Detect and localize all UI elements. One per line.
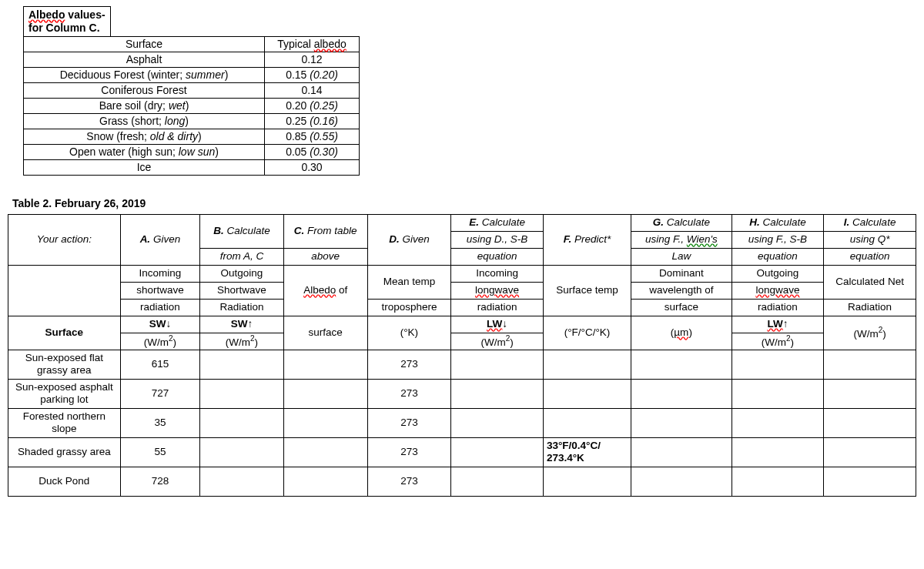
albedo-row-value: 0.12: [265, 52, 360, 67]
table-row: Duck Pond 728 273: [8, 467, 916, 496]
cell-I[interactable]: [824, 467, 916, 496]
cell-G[interactable]: [631, 437, 732, 467]
cell-I[interactable]: [824, 379, 916, 408]
colF-top: F. Predict*: [543, 214, 631, 265]
colI-top2: using Q*: [824, 231, 916, 248]
colH-top1: H. Calculate: [732, 214, 824, 231]
colA-mid1: Incoming: [120, 265, 199, 282]
cell-I[interactable]: [824, 408, 916, 437]
cell-A[interactable]: 35: [120, 408, 199, 437]
table-row: Forested northernslope 35 273: [8, 408, 916, 437]
cell-A[interactable]: 728: [120, 467, 199, 496]
cell-E[interactable]: [451, 437, 544, 467]
cell-H[interactable]: [732, 379, 824, 408]
cell-F[interactable]: [543, 467, 631, 496]
albedo-title-line2: for Column C.: [28, 22, 100, 34]
cell-G[interactable]: [631, 467, 732, 496]
cell-E[interactable]: [451, 350, 544, 379]
cell-E[interactable]: [451, 379, 544, 408]
albedo-title: Albedo values- for Column C.: [23, 6, 111, 36]
table2-title: Table 2. February 26, 2019: [12, 197, 916, 209]
colG-top1: G. Calculate: [631, 214, 732, 231]
cell-F[interactable]: [543, 408, 631, 437]
cell-G[interactable]: [631, 408, 732, 437]
albedo-row-surface: Asphalt: [24, 52, 265, 67]
colA-top: A. Given: [120, 214, 199, 265]
colE-top3: equation: [451, 248, 544, 265]
cell-H[interactable]: [732, 350, 824, 379]
colG-mid3: surface: [631, 299, 732, 316]
colB-top2: from A, C: [200, 248, 284, 265]
cell-F[interactable]: 33°F/0.4°C/273.4°K: [543, 437, 631, 467]
colI-unit: (W/m2): [824, 316, 916, 350]
surface-name: Duck Pond: [8, 467, 121, 496]
cell-C[interactable]: [283, 467, 367, 496]
cell-B[interactable]: [200, 379, 284, 408]
albedo-header-typical: Typical albedo: [265, 36, 360, 52]
cell-E[interactable]: [451, 467, 544, 496]
colA-unit-wm2: (W/m2): [120, 333, 199, 350]
colA-mid2: shortwave: [120, 282, 199, 299]
cell-D[interactable]: 273: [367, 408, 451, 437]
cell-D[interactable]: 273: [367, 437, 451, 467]
colD-top: D. Given: [367, 214, 451, 265]
cell-C[interactable]: [283, 350, 367, 379]
albedo-row-value: 0.30: [265, 159, 360, 175]
cell-A[interactable]: 55: [120, 437, 199, 467]
cell-C[interactable]: [283, 408, 367, 437]
colH-mid3: radiation: [732, 299, 824, 316]
albedo-title-word: Albedo: [28, 8, 65, 21]
colG-mid1: Dominant: [631, 265, 732, 282]
cell-I[interactable]: [824, 350, 916, 379]
cell-F[interactable]: [543, 379, 631, 408]
albedo-row-value: 0.25 (0.16): [265, 113, 360, 129]
albedo-row-surface: Ice: [24, 159, 265, 175]
colG-mid2: wavelength of: [631, 282, 732, 299]
cell-H[interactable]: [732, 467, 824, 496]
colI-mid1: Calculated Net: [824, 265, 916, 299]
cell-D[interactable]: 273: [367, 379, 451, 408]
cell-D[interactable]: 273: [367, 467, 451, 496]
albedo-title-rest1: values-: [68, 8, 105, 21]
cell-C[interactable]: [283, 379, 367, 408]
surface-name: Sun-exposed asphaltparking lot: [8, 379, 121, 408]
colI-top3: equation: [824, 248, 916, 265]
cell-F[interactable]: [543, 350, 631, 379]
cell-H[interactable]: [732, 437, 824, 467]
cell-H[interactable]: [732, 408, 824, 437]
albedo-row-value: 0.14: [265, 82, 360, 98]
colD-mid1: Mean temp: [367, 265, 451, 299]
colH-mid1: Outgoing: [732, 265, 824, 282]
cell-G[interactable]: [631, 350, 732, 379]
main-table: Your action: A. Given B. Calculate C. Fr…: [8, 214, 916, 497]
cell-C[interactable]: [283, 437, 367, 467]
albedo-row-surface: Coniferous Forest: [24, 82, 265, 98]
cell-I[interactable]: [824, 437, 916, 467]
albedo-table: Surface Typical albedo Asphalt 0.12 Deci…: [23, 36, 360, 176]
colC-unit: surface: [283, 316, 367, 350]
cell-B[interactable]: [200, 408, 284, 437]
colE-top2: using D., S-B: [451, 231, 544, 248]
cell-B[interactable]: [200, 467, 284, 496]
colD-mid2: troposphere: [367, 299, 451, 316]
colG-top2: using F., Wien's: [631, 231, 732, 248]
colE-mid3: radiation: [451, 299, 544, 316]
colF-unit: (°F/°C/°K): [543, 316, 631, 350]
cell-G[interactable]: [631, 379, 732, 408]
cell-A[interactable]: 727: [120, 379, 199, 408]
colE-unit-wm2: (W/m2): [451, 333, 544, 350]
cell-D[interactable]: 273: [367, 350, 451, 379]
cell-E[interactable]: [451, 408, 544, 437]
albedo-row-value: 0.15 (0.20): [265, 67, 360, 82]
colA-mid3: radiation: [120, 299, 199, 316]
cell-B[interactable]: [200, 350, 284, 379]
cell-B[interactable]: [200, 437, 284, 467]
colH-top2: using F., S-B: [732, 231, 824, 248]
your-action-label: Your action:: [8, 214, 121, 265]
colC-mid: Albedo of: [283, 265, 367, 316]
surface-name: Forested northernslope: [8, 408, 121, 437]
colB-mid2: Shortwave: [200, 282, 284, 299]
colB-top: B. Calculate: [200, 214, 284, 248]
cell-A[interactable]: 615: [120, 350, 199, 379]
colH-unit-wm2: (W/m2): [732, 333, 824, 350]
